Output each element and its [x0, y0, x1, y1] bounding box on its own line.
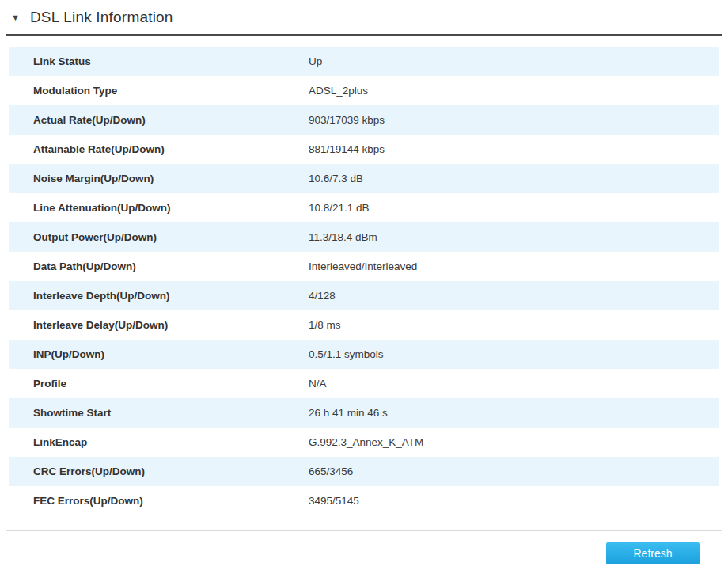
row-value: G.992.3_Annex_K_ATM [309, 428, 719, 457]
table-row: LinkEncapG.992.3_Annex_K_ATM [9, 428, 719, 457]
row-label: LinkEncap [9, 428, 309, 457]
table-row: Interleave Depth(Up/Down)4/128 [9, 281, 719, 310]
row-value: 4/128 [309, 281, 719, 310]
row-label: FEC Errors(Up/Down) [9, 486, 309, 515]
table-row: Output Power(Up/Down)11.3/18.4 dBm [9, 222, 719, 252]
table-row: Noise Margin(Up/Down)10.6/7.3 dB [9, 164, 719, 193]
table-row: INP(Up/Down)0.5/1.1 symbols [9, 340, 719, 369]
header-divider [6, 34, 722, 36]
row-value: 11.3/18.4 dBm [309, 222, 719, 252]
row-label: INP(Up/Down) [9, 340, 309, 369]
footer-bar: Refresh [0, 531, 728, 564]
row-label: Modulation Type [9, 76, 309, 105]
table-row: CRC Errors(Up/Down)665/3456 [9, 457, 719, 486]
row-value: Up [309, 47, 719, 76]
row-label: Output Power(Up/Down) [9, 222, 309, 252]
dsl-info-table: Link StatusUpModulation TypeADSL_2plusAc… [9, 47, 719, 515]
row-label: Noise Margin(Up/Down) [9, 164, 309, 193]
row-value: 26 h 41 min 46 s [309, 398, 719, 428]
table-row: Attainable Rate(Up/Down)881/19144 kbps [9, 135, 719, 164]
row-label: Interleave Depth(Up/Down) [9, 281, 309, 310]
table-row: Line Attenuation(Up/Down)10.8/21.1 dB [9, 193, 719, 222]
row-label: Line Attenuation(Up/Down) [9, 193, 309, 222]
dsl-link-info-panel: ▼ DSL Link Information Link StatusUpModu… [0, 0, 728, 570]
row-value: 881/19144 kbps [309, 135, 719, 164]
row-label: Profile [9, 369, 309, 398]
row-value: 10.6/7.3 dB [309, 164, 719, 193]
row-value: 10.8/21.1 dB [309, 193, 719, 222]
table-row: Modulation TypeADSL_2plus [9, 76, 719, 105]
row-value: ADSL_2plus [309, 76, 719, 105]
row-label: CRC Errors(Up/Down) [9, 457, 309, 486]
row-value: 1/8 ms [309, 310, 719, 340]
page-title: DSL Link Information [30, 9, 173, 26]
row-label: Showtime Start [9, 398, 309, 428]
row-value: 665/3456 [309, 457, 719, 486]
row-label: Link Status [9, 47, 309, 76]
row-label: Interleave Delay(Up/Down) [9, 310, 309, 340]
section-header[interactable]: ▼ DSL Link Information [0, 0, 728, 32]
row-label: Actual Rate(Up/Down) [9, 105, 309, 135]
table-row: Data Path(Up/Down)Interleaved/Interleave… [9, 252, 719, 281]
table-row: Actual Rate(Up/Down)903/17039 kbps [9, 105, 719, 135]
row-value: N/A [309, 369, 719, 398]
refresh-button[interactable]: Refresh [606, 542, 700, 564]
row-value: 903/17039 kbps [309, 105, 719, 135]
dsl-table-body: Link StatusUpModulation TypeADSL_2plusAc… [9, 47, 719, 515]
table-row: Link StatusUp [9, 47, 719, 76]
table-row: Interleave Delay(Up/Down)1/8 ms [9, 310, 719, 340]
table-row: Showtime Start26 h 41 min 46 s [9, 398, 719, 428]
row-label: Data Path(Up/Down) [9, 252, 309, 281]
table-row: ProfileN/A [9, 369, 719, 398]
row-label: Attainable Rate(Up/Down) [9, 135, 309, 164]
row-value: 3495/5145 [309, 486, 719, 515]
collapse-arrow-icon[interactable]: ▼ [11, 13, 20, 22]
row-value: Interleaved/Interleaved [309, 252, 719, 281]
row-value: 0.5/1.1 symbols [309, 340, 719, 369]
table-row: FEC Errors(Up/Down)3495/5145 [9, 486, 719, 515]
